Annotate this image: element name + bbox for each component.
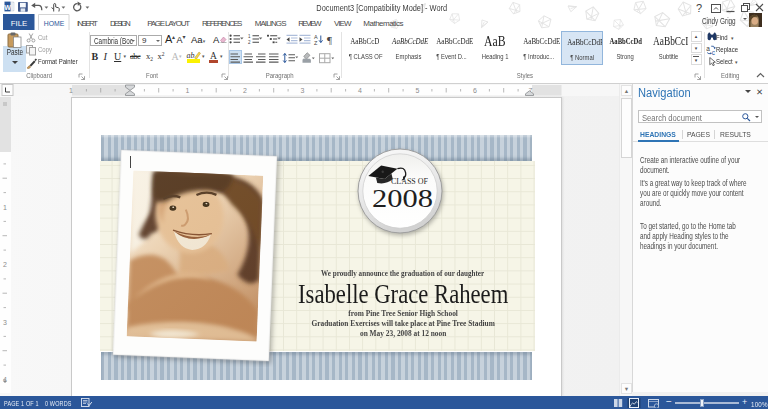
svg-text:c: c xyxy=(711,48,715,54)
svg-text:HOME: HOME xyxy=(44,18,65,27)
svg-text:FILE: FILE xyxy=(11,18,28,27)
svg-text:INSERT: INSERT xyxy=(77,18,98,27)
svg-text:1: 1 xyxy=(3,204,7,211)
svg-text:Z: Z xyxy=(314,40,318,46)
svg-text:MAILINGS: MAILINGS xyxy=(255,18,287,27)
svg-text:Mathematics: Mathematics xyxy=(363,18,403,27)
svg-text:VIEW: VIEW xyxy=(334,18,352,27)
svg-text:1: 1 xyxy=(186,87,190,94)
svg-text:1: 1 xyxy=(69,87,73,94)
svg-text:REVIEW: REVIEW xyxy=(298,18,322,27)
svg-text:REFERENCES: REFERENCES xyxy=(202,18,242,27)
svg-text:4: 4 xyxy=(358,87,362,94)
svg-text:W: W xyxy=(4,4,11,11)
svg-text:2: 2 xyxy=(3,261,7,268)
svg-text:3: 3 xyxy=(3,319,7,326)
svg-text:¶: ¶ xyxy=(327,34,332,46)
svg-text:2: 2 xyxy=(243,87,247,94)
svg-text:1: 1 xyxy=(248,34,251,39)
svg-text:2: 2 xyxy=(248,40,251,45)
svg-text:PAGE LAYOUT: PAGE LAYOUT xyxy=(147,18,190,27)
svg-text:a: a xyxy=(706,45,710,52)
svg-text:3: 3 xyxy=(301,87,305,94)
svg-text:2008: 2008 xyxy=(372,184,433,211)
svg-text:DESIGN: DESIGN xyxy=(110,18,131,27)
svg-text:5: 5 xyxy=(416,87,420,94)
svg-text:6: 6 xyxy=(473,87,477,94)
